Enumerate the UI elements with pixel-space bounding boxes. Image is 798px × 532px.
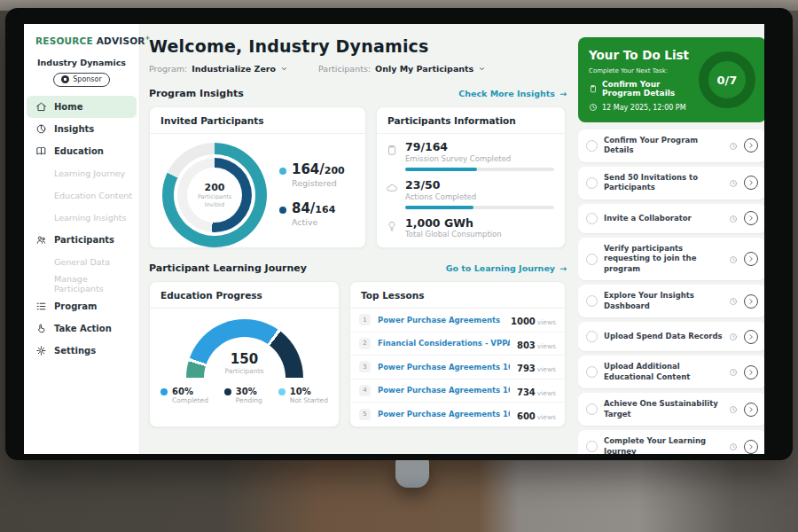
task-checkbox[interactable]: [586, 140, 598, 152]
task-checkbox[interactable]: [586, 403, 598, 415]
sidebar-item-participants[interactable]: Participants: [24, 229, 139, 251]
task-checkbox[interactable]: [586, 441, 598, 452]
sidebar-item-learning-insights[interactable]: Learning Insights: [24, 207, 139, 229]
lesson-row: 5 Power Purchase Agreements 103 600views: [350, 403, 565, 426]
clock-icon: [729, 328, 738, 345]
clock-icon: [729, 175, 738, 192]
task-row-verify-participants[interactable]: Verify participants requesting to join t…: [578, 238, 764, 280]
chevron-down-icon: [280, 65, 288, 73]
gauge-legend: 60%Completed 30%Pending 10%Not Started: [150, 378, 339, 404]
sidebar-item-general-data[interactable]: General Data: [24, 251, 139, 273]
legend-pending: 30%Pending: [224, 387, 262, 404]
pending-dot: [224, 388, 231, 395]
sidebar-item-label: Education: [54, 146, 104, 156]
sidebar-item-education-content[interactable]: Education Content: [24, 184, 139, 207]
task-checkbox[interactable]: [586, 177, 598, 189]
chevron-right-icon: [747, 406, 755, 413]
lesson-link[interactable]: Power Purchase Agreements 101: [378, 363, 510, 372]
sidebar-item-learning-journey[interactable]: Learning Journey: [24, 162, 139, 184]
sidebar-item-label: Settings: [54, 346, 96, 356]
task-checkbox[interactable]: [586, 331, 598, 342]
task-row-send-invitations[interactable]: Send 50 Invitations to Participants: [578, 167, 764, 200]
participants-dropdown[interactable]: Participants: Only My Participants: [318, 64, 486, 74]
participants-dropdown-value: Only My Participants: [375, 64, 473, 74]
sidebar-item-home[interactable]: Home: [27, 96, 137, 118]
donut-center-label: ParticipantsInvited: [198, 193, 231, 209]
clock-icon: [729, 438, 738, 454]
go-to-learning-journey-link[interactable]: Go to Learning Journey →: [446, 263, 567, 273]
clock-icon: [589, 103, 598, 112]
task-open-button[interactable]: [744, 294, 758, 309]
task-checkbox[interactable]: [586, 254, 598, 265]
lesson-rank: 4: [359, 385, 371, 396]
learning-journey-header: Participant Learning Journey Go to Learn…: [149, 262, 567, 274]
registered-dot: [279, 168, 286, 175]
monitor-bezel: RESOURCE ADVISOR+ Industry Dynamics Spon…: [5, 8, 793, 460]
task-checkbox[interactable]: [586, 213, 598, 224]
invited-participants-title: Invited Participants: [150, 107, 365, 134]
lesson-link[interactable]: Power Purchase Agreements 102: [378, 386, 510, 395]
sidebar-item-settings[interactable]: Settings: [24, 340, 139, 362]
learning-journey-title: Participant Learning Journey: [149, 262, 307, 274]
task-row-upload-educational-content[interactable]: Upload Additional Educational Content: [578, 356, 764, 388]
task-open-button[interactable]: [744, 252, 758, 266]
book-icon: [35, 145, 47, 157]
legend-completed: 60%Completed: [160, 387, 208, 404]
lesson-link[interactable]: Power Purchase Agreements 103: [378, 410, 510, 419]
chevron-right-icon: [747, 333, 755, 340]
sidebar-item-insights[interactable]: Insights: [24, 118, 139, 140]
task-checkbox[interactable]: [586, 295, 598, 307]
bulb-icon: [386, 220, 398, 232]
task-open-button[interactable]: [744, 330, 758, 344]
task-row-explore-insights[interactable]: Explore Your Insights Dashboard: [578, 285, 764, 317]
task-open-button[interactable]: [744, 211, 758, 225]
legend-not-started: 10%Not Started: [278, 387, 328, 404]
task-row-upload-spend-data[interactable]: Upload Spend Data Records: [578, 322, 764, 351]
consumption-row: 1,000 GWh Total Global Consumption: [386, 217, 554, 239]
monitor-stand: [395, 456, 429, 488]
legend-registered: 164/200 Registered: [279, 163, 345, 188]
emission-survey-progressbar: [405, 168, 554, 171]
lesson-rank: 3: [359, 361, 371, 372]
task-open-button[interactable]: [744, 440, 758, 454]
program-insights-title: Program Insights: [149, 88, 244, 99]
task-row-invite-collaborator[interactable]: Invite a Collaborator: [578, 204, 764, 233]
sidebar-item-label: Program: [54, 301, 97, 311]
task-open-button[interactable]: [744, 403, 758, 417]
emission-survey-row: 79/164 Emission Survey Completed: [386, 141, 554, 171]
sidebar-item-education[interactable]: Education: [24, 140, 139, 162]
todo-next-task: Confirm Your Program Details: [589, 80, 699, 98]
task-row-achieve-target[interactable]: Achieve One Sustainability Target: [578, 393, 764, 426]
sidebar-item-label: Take Action: [54, 324, 112, 333]
lesson-link[interactable]: Power Purchase Agreements 101: [378, 316, 504, 325]
chevron-right-icon: [747, 298, 755, 305]
chevron-right-icon: [747, 443, 755, 450]
todo-progress-ring: 0/7: [699, 51, 755, 108]
todo-progress-value: 0/7: [717, 74, 738, 87]
task-open-button[interactable]: [744, 138, 758, 153]
check-more-insights-link[interactable]: Check More Insights →: [458, 89, 567, 98]
clipboard-icon: [386, 144, 398, 156]
task-row-confirm-program[interactable]: Confirm Your Program Details: [578, 129, 764, 162]
task-open-button[interactable]: [744, 365, 758, 379]
lesson-link[interactable]: Financial Considerations - VPPAs: [378, 339, 510, 348]
sidebar-item-take-action[interactable]: Take Action: [24, 317, 139, 340]
sidebar-nav: Home Insights Education Learning Journey…: [24, 96, 139, 362]
program-dropdown[interactable]: Program: Industrialize Zero: [149, 64, 288, 74]
invited-participants-card: Invited Participants 200 ParticipantsInv…: [149, 106, 366, 248]
task-row-complete-learning-journey[interactable]: Complete Your Learning Journey: [578, 430, 764, 454]
todo-title: Your To Do List: [589, 48, 699, 62]
sidebar-item-manage-participants[interactable]: Manage Participants: [24, 273, 139, 295]
sponsor-badge-icon: [61, 75, 69, 83]
take-action-icon: [35, 323, 47, 334]
lesson-row: 3 Power Purchase Agreements 101 793views: [350, 356, 565, 379]
actions-completed-progressbar: [405, 206, 554, 209]
task-checkbox[interactable]: [586, 366, 598, 378]
chevron-right-icon: [747, 215, 755, 222]
org-name: Industry Dynamics: [24, 58, 139, 67]
task-open-button[interactable]: [744, 176, 758, 190]
app-logo: RESOURCE ADVISOR+: [24, 33, 139, 46]
todo-summary-card: Your To Do List Complete Your Next Task:…: [578, 37, 764, 122]
sidebar-item-program[interactable]: Program: [24, 295, 139, 317]
insights-cards-row: Invited Participants 200 ParticipantsInv…: [149, 106, 567, 248]
